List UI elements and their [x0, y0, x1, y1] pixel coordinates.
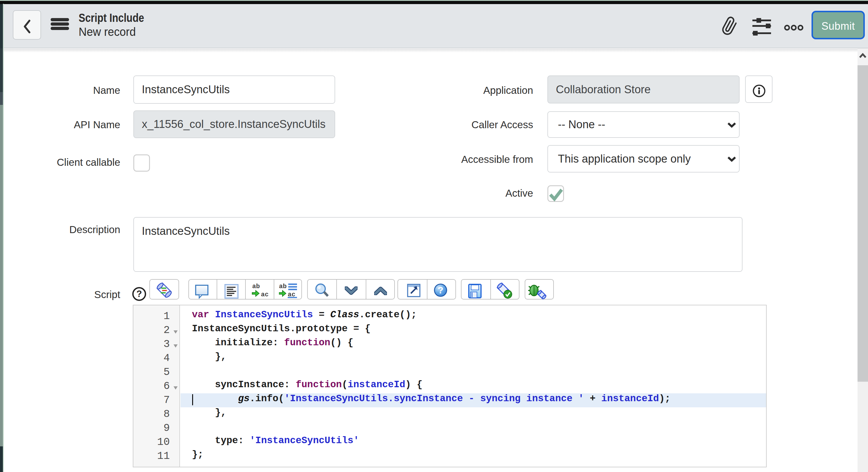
svg-text:?: ? — [136, 289, 142, 299]
svg-text:ab: ab — [279, 283, 286, 290]
svg-text:ab: ab — [252, 283, 260, 290]
svg-text:ac: ac — [261, 291, 269, 298]
svg-text:?: ? — [438, 285, 443, 295]
